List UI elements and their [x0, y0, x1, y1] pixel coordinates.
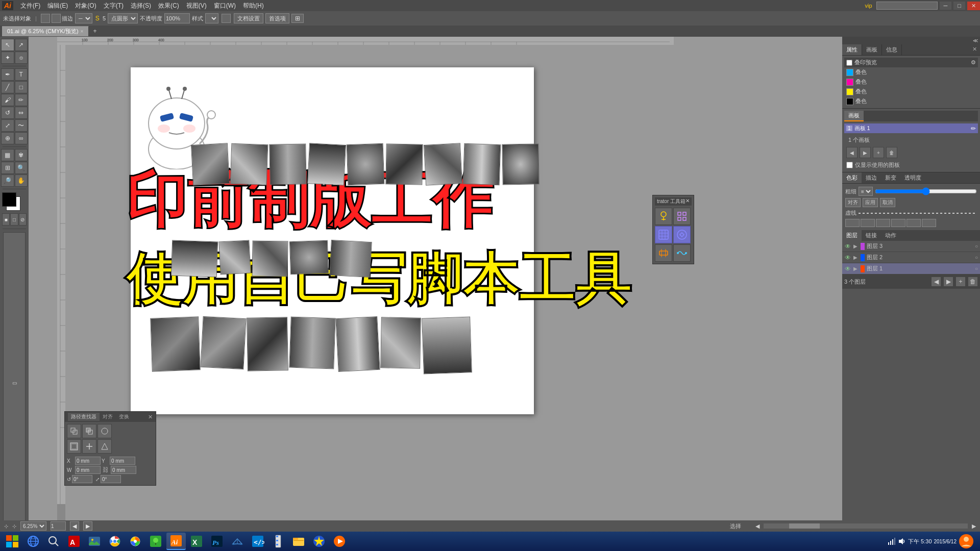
search-input[interactable]: [876, 2, 938, 10]
taskbar-star[interactable]: [309, 533, 329, 550]
artboard-list-item[interactable]: 1 画板 1 ✏: [844, 123, 978, 133]
layers-navigate-prev[interactable]: ◀: [931, 277, 941, 287]
layer-2-lock[interactable]: ○: [975, 255, 978, 260]
layer-1-vis-icon[interactable]: 👁: [844, 265, 851, 272]
artboard-delete-btn[interactable]: 🗑: [886, 147, 897, 158]
overprint-checkbox[interactable]: [846, 60, 852, 66]
shear-input[interactable]: [101, 475, 121, 483]
selection-tool[interactable]: ↖: [1, 39, 14, 51]
layer-2-vis-icon[interactable]: 👁: [844, 254, 851, 261]
script-tool-1[interactable]: [655, 208, 672, 225]
panel-close-btn[interactable]: ✕: [969, 44, 980, 55]
stroke-width-select[interactable]: ≡: [859, 187, 873, 196]
stroke-icon[interactable]: □: [10, 213, 18, 226]
artboard-tool[interactable]: ⊞: [1, 162, 14, 174]
h-input[interactable]: [111, 466, 136, 474]
actions-tab[interactable]: 动作: [881, 230, 900, 241]
dash-input-4[interactable]: [891, 219, 905, 227]
search-tool[interactable]: 🔎: [1, 174, 14, 187]
menu-effect[interactable]: 效果(C): [155, 1, 182, 11]
path-finder-tab[interactable]: 路径查找器: [68, 413, 100, 421]
taskbar-chrome[interactable]: [105, 533, 125, 550]
rotation-input[interactable]: [72, 475, 92, 483]
pathfinder-btn[interactable]: [67, 424, 81, 438]
new-layer-btn[interactable]: +: [955, 277, 966, 287]
layer-1-expand[interactable]: ▶: [853, 266, 859, 271]
warp-tool[interactable]: 〜: [15, 119, 28, 132]
none-icon[interactable]: ⊘: [19, 213, 27, 226]
zoom-select[interactable]: 6.25%: [20, 521, 46, 531]
rect-tool[interactable]: □: [15, 81, 28, 93]
hand-tool[interactable]: ✋: [15, 174, 28, 187]
stroke-tab[interactable]: 描边: [862, 172, 881, 183]
x-input[interactable]: [75, 457, 101, 465]
artboard-new-btn[interactable]: +: [873, 147, 884, 158]
show-used-artboards-checkbox[interactable]: [846, 162, 853, 168]
pen-tool[interactable]: ✒: [1, 68, 14, 81]
dash-input-3[interactable]: [876, 219, 890, 227]
line-tool[interactable]: ╱: [1, 81, 14, 93]
pathfinder-btn[interactable]: [67, 439, 81, 454]
menu-edit[interactable]: 编辑(E): [44, 1, 71, 11]
layer-3-vis-icon[interactable]: 👁: [844, 243, 851, 250]
link-icon[interactable]: ⛓: [103, 466, 109, 473]
taskbar-music[interactable]: [330, 533, 349, 550]
taskbar-photoshop[interactable]: Ps: [207, 533, 227, 550]
tab-properties[interactable]: 属性: [842, 44, 862, 55]
magic-wand-tool[interactable]: ✦: [1, 52, 14, 64]
panel-toggle-btn[interactable]: ≪: [973, 38, 978, 43]
cancel-btn[interactable]: 取消: [880, 198, 895, 207]
dash-input-6[interactable]: [922, 219, 936, 227]
layer-1-lock[interactable]: ○: [975, 266, 978, 271]
maximize-button[interactable]: □: [953, 2, 965, 10]
tab-artboard[interactable]: 画板: [862, 44, 882, 55]
rotate-tool[interactable]: ↺: [1, 107, 14, 119]
first-select-button[interactable]: 首选项: [265, 13, 289, 23]
width-tool[interactable]: ⊕: [1, 132, 14, 144]
dash-input-2[interactable]: [861, 219, 875, 227]
pathfinder-btn[interactable]: [82, 424, 96, 438]
reflect-tool[interactable]: ⇔: [15, 107, 28, 119]
point-type-select[interactable]: 点圆形: [108, 13, 138, 23]
menu-select[interactable]: 选择(S): [128, 1, 154, 11]
taskbar-winrar[interactable]: [268, 533, 288, 550]
stroke-weight-slider[interactable]: [875, 187, 977, 195]
align-tab[interactable]: 对齐: [100, 413, 116, 421]
menu-window[interactable]: 窗口(W): [211, 1, 239, 11]
sep-panel-settings[interactable]: ⚙: [971, 59, 976, 66]
layer-item-2[interactable]: 👁 ▶ 图层 2 ○: [842, 252, 980, 263]
opacity-input[interactable]: [164, 13, 190, 23]
taskbar-plants[interactable]: [146, 533, 165, 550]
taskbar-illustrator[interactable]: Ai: [166, 533, 186, 550]
artboard-tab[interactable]: 画板: [844, 111, 864, 121]
type-tool[interactable]: T: [15, 68, 28, 81]
screen-mode-btn[interactable]: ▭: [3, 232, 26, 534]
y-input[interactable]: [110, 457, 135, 465]
paintbrush-tool[interactable]: 🖌: [1, 94, 14, 106]
symbol-sprayer-tool[interactable]: ✾: [15, 149, 28, 161]
link-tab[interactable]: 链接: [862, 230, 881, 241]
script-tool-2[interactable]: [673, 208, 691, 225]
taskbar-boat[interactable]: [228, 533, 247, 550]
stroke-type-select[interactable]: ─: [75, 13, 92, 23]
taskbar-photo[interactable]: [85, 533, 104, 550]
canvas-area[interactable]: 100 200 300 400: [29, 37, 842, 537]
tab-info[interactable]: 信息: [882, 44, 902, 55]
layer-3-expand[interactable]: ▶: [853, 243, 859, 249]
pathfinder-btn[interactable]: [97, 439, 112, 454]
script-tool-5[interactable]: [655, 244, 672, 262]
horizontal-scrollbar[interactable]: [764, 523, 968, 529]
stroke-btn-1[interactable]: [41, 14, 50, 23]
scrollbar-thumb[interactable]: [789, 523, 820, 529]
page-number-input[interactable]: [51, 521, 66, 531]
menu-text[interactable]: 文字(T): [101, 1, 127, 11]
menu-file[interactable]: 文件(F): [17, 1, 43, 11]
transparency-tab[interactable]: 透明度: [900, 172, 925, 183]
layer-item-3[interactable]: 👁 ▶ 图层 3 ○: [842, 241, 980, 252]
layer-3-lock[interactable]: ○: [975, 243, 978, 249]
tab-add-button[interactable]: +: [89, 27, 101, 36]
taskbar-excel[interactable]: X: [187, 533, 206, 550]
lasso-tool[interactable]: ⌾: [15, 52, 28, 64]
script-tool-4[interactable]: [673, 226, 691, 243]
transform-panel-close[interactable]: ✕: [148, 414, 153, 420]
